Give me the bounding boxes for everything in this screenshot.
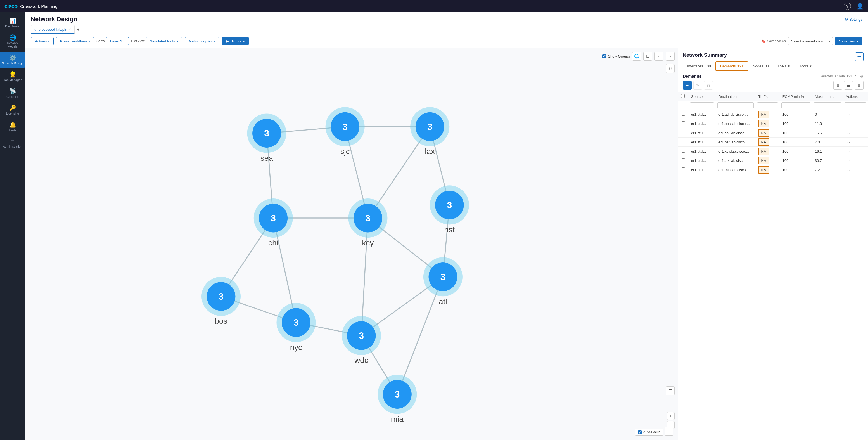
row-actions-menu[interactable]: ··· [846,131,850,135]
row-actions-menu[interactable]: ··· [846,158,850,163]
sidebar-item-network-design[interactable]: ⚙️ Network Design [0,52,25,68]
svg-text:wdc: wdc [354,356,368,364]
simulated-traffic-button[interactable]: Simulated traffic ▾ [146,37,183,45]
row-actions[interactable]: ··· [843,110,868,119]
delete-demand-button[interactable]: 🗑 [704,81,713,90]
zoom-in-button[interactable]: + [667,412,675,420]
row-actions[interactable]: ··· [843,128,868,138]
file-tab-unprocessed[interactable]: unprocessed-lab.pln × [31,25,74,34]
row-actions-menu[interactable]: ··· [846,149,850,153]
row-actions-menu[interactable]: ··· [846,112,850,117]
layer3-button[interactable]: Layer 3 ▾ [106,37,129,45]
actions-button[interactable]: Actions ▾ [31,37,54,45]
tab-demands[interactable]: Demands 121 [715,61,748,71]
traffic-cell-highlighted: NA [758,166,769,174]
columns-icon-btn[interactable]: ⊞ [855,81,864,90]
row-actions-menu[interactable]: ··· [846,140,850,144]
auto-focus-section: Auto-Focus [635,429,663,436]
table-row: er1.atl.l... er1.lax.lab.cisco.... NA 10… [678,156,868,165]
select-all-checkbox[interactable] [681,94,685,98]
sidebar-item-licensing[interactable]: 🔑 Licensing [0,102,25,118]
row-checkbox-3[interactable] [682,140,685,143]
row-actions-menu[interactable]: ··· [846,122,850,126]
help-icon[interactable]: ? [844,2,851,10]
map-prev-icon-btn[interactable]: ‹ [654,52,663,61]
row-ecmp: 100 [780,110,812,119]
filter-icon-btn[interactable]: ⊟ [833,81,842,90]
filter-destination-input[interactable] [717,102,754,109]
sidebar-item-job-manager[interactable]: 👷 Job Manager [0,69,25,84]
content-area: Network Design ⚙ Settings unprocessed-la… [25,12,868,440]
user-icon[interactable]: 👤 [857,3,864,9]
tab-close-icon[interactable]: × [69,27,71,32]
auto-focus-checkbox[interactable] [638,431,642,434]
filter-source-input[interactable] [690,102,714,109]
row-checkbox-4[interactable] [682,149,685,153]
row-checkbox-5[interactable] [682,158,685,162]
add-demand-button[interactable]: + [683,81,692,90]
network-layout-icon-btn[interactable]: ⚇ [666,64,675,73]
saved-views-label: 🔖 Saved views [761,39,785,43]
svg-text:mia: mia [391,415,404,423]
map-list-icon-btn[interactable]: ☰ [666,386,675,395]
row-destination: er1.kcy.lab.cisco.... [716,147,756,156]
show-groups-checkbox[interactable] [602,54,606,58]
filter-ecmp-input[interactable] [781,102,810,109]
sidebar-item-network-models[interactable]: 🌐 Network Models [0,32,25,51]
row-actions[interactable]: ··· [843,138,868,147]
network-options-button[interactable]: Network options [185,37,219,45]
row-checkbox-2[interactable] [682,130,685,134]
more-dropdown[interactable]: More ▾ [796,62,816,70]
sidebar-item-administration[interactable]: ≡ Administration [0,136,25,151]
crosshair-icon-btn[interactable]: ✛ [664,427,674,436]
row-ecmp: 100 [780,147,812,156]
row-actions[interactable]: ··· [843,156,868,165]
filter-traffic-input[interactable] [757,102,778,109]
row-actions[interactable]: ··· [843,119,868,128]
refresh-icon[interactable]: ↻ [854,74,858,79]
map-next-icon-btn[interactable]: › [666,52,675,61]
row-checkbox-1[interactable] [682,121,685,125]
row-traffic: NA [755,110,779,119]
filter-actions-input[interactable] [844,102,866,109]
row-actions-menu[interactable]: ··· [846,168,850,172]
map-hierarchy-icon-btn[interactable]: ⊞ [643,52,652,61]
row-actions[interactable]: ··· [843,147,868,156]
row-ecmp: 100 [780,138,812,147]
sidebar-item-alerts[interactable]: 🔔 Alerts [0,119,25,135]
row-traffic: NA [755,128,779,138]
show-groups-checkbox-label[interactable]: Show Groups [602,54,630,58]
col-actions: Actions [843,92,868,101]
svg-text:3: 3 [293,317,299,328]
row-checkbox-cell [678,119,688,128]
sidebar-item-collector[interactable]: 📡 Collector [0,86,25,101]
add-tab-button[interactable]: + [74,25,82,34]
traffic-cell-highlighted: NA [758,129,769,137]
map-globe-icon-btn[interactable]: 🌐 [632,52,641,61]
svg-text:atl: atl [439,297,447,306]
settings-link[interactable]: ⚙ Settings [844,17,862,22]
row-checkbox-0[interactable] [682,112,685,116]
preset-workflows-button[interactable]: Preset workflows ▾ [56,37,94,45]
panel-layout-icon-btn[interactable]: ☰ [855,52,864,61]
settings-icon-demands[interactable]: ⚙ [860,74,864,79]
row-checkbox-6[interactable] [682,168,685,171]
row-checkbox-cell [678,165,688,174]
tab-nodes[interactable]: Nodes 33 [748,62,773,71]
saved-view-select[interactable]: Select a saved view [788,37,833,45]
svg-text:bos: bos [215,317,227,325]
simulate-button[interactable]: ▶ Simulate [222,37,249,45]
auto-focus-checkbox-label[interactable]: Auto-Focus [635,429,663,436]
list-view-icon-btn[interactable]: ☰ [844,81,853,90]
demands-header: Demands Selected 0 / Total 121 ↻ ⚙ [678,74,868,81]
demands-table: Source Destination Traffic ECMP min % Ma… [678,92,868,174]
row-ecmp: 100 [780,165,812,174]
save-view-button[interactable]: Save view ▾ [835,37,862,45]
tab-lsps[interactable]: LSPs 0 [773,62,795,71]
row-actions[interactable]: ··· [843,165,868,174]
filter-max-la-input[interactable] [814,102,841,109]
tab-interfaces[interactable]: Interfaces 100 [683,62,715,71]
sidebar-item-dashboard[interactable]: 📊 Dashboard [0,15,25,31]
layer3-chevron-icon: ▾ [123,40,125,43]
edit-demand-button[interactable]: ✎ [693,81,702,90]
